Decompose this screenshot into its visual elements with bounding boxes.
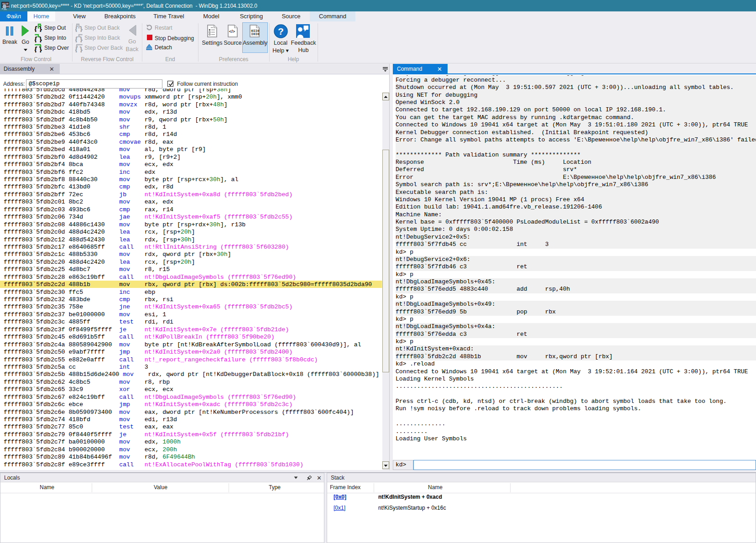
svg-text:{: { <box>35 35 37 42</box>
svg-text:}: } <box>79 25 83 32</box>
svg-text:{: { <box>35 45 37 52</box>
svg-text:}: } <box>79 45 83 52</box>
svg-text:</>: </> <box>229 29 235 34</box>
svg-text:{: { <box>35 25 37 32</box>
svg-text:I0I0I: I0I0I <box>251 32 260 36</box>
svg-text:{: { <box>75 35 78 42</box>
svg-text:?: ? <box>278 26 284 37</box>
